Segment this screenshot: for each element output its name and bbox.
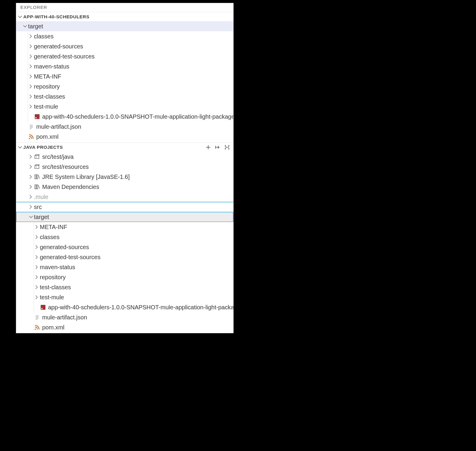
file-mule-artifact[interactable]: mule-artifact.json [16, 122, 233, 132]
file-label: mule-artifact.json [36, 123, 81, 130]
text-file-icon [28, 124, 35, 130]
folder-target[interactable]: target [16, 21, 233, 31]
chevron-right-icon [28, 104, 34, 109]
chevron-right-icon [28, 184, 34, 189]
folder-test-classes[interactable]: test-classes [16, 91, 233, 102]
folder-label: test-classes [34, 93, 65, 100]
file-jar[interactable]: app-with-40-schedulers-1.0.0-SNAPSHOT-mu… [16, 112, 233, 122]
entry-label: .mule [34, 194, 48, 200]
folder-label: META-INF [40, 224, 67, 231]
chevron-right-icon [28, 164, 34, 169]
folder-label: generated-test-sources [40, 254, 101, 261]
java-projects-tree: src/test/javasrc/test/resourcesJRE Syste… [16, 152, 233, 333]
file-jar[interactable]: app-with-40-schedulers-1.0.0-SNAPSHOT-mu… [16, 302, 233, 312]
jar-file-icon [40, 305, 46, 310]
chevron-right-icon [28, 174, 34, 179]
chevron-down-icon [17, 145, 23, 150]
chevron-right-icon [34, 285, 40, 290]
folder-label: repository [40, 274, 66, 281]
chevron-right-icon [34, 224, 40, 230]
file-label: app-with-40-schedulers-1.0.0-SNAPSHOT-mu… [48, 304, 234, 311]
project-entry[interactable]: src [16, 202, 233, 212]
file-pom[interactable]: pom.xml [16, 132, 233, 142]
entry-label: Maven Dependencies [42, 184, 99, 190]
chevron-right-icon [34, 295, 40, 300]
folder-repository[interactable]: repository [16, 272, 233, 282]
chevron-down-icon [17, 14, 23, 19]
section-title: JAVA PROJECTS [23, 145, 63, 150]
xml-file-icon [28, 134, 35, 140]
package-icon [34, 164, 40, 170]
folder-meta-inf[interactable]: META-INF [16, 222, 233, 232]
project-entry[interactable]: src/test/resources [16, 162, 233, 172]
folder-label: generated-sources [34, 43, 83, 50]
chevron-right-icon [34, 234, 40, 240]
folder-test-mule[interactable]: test-mule [16, 102, 233, 112]
folder-test-mule[interactable]: test-mule [16, 292, 233, 302]
file-label: pom.xml [36, 133, 59, 140]
folder-classes[interactable]: classes [16, 31, 233, 41]
folder-generated-test-sources[interactable]: generated-test-sources [16, 252, 233, 262]
package-icon [34, 154, 40, 160]
project-entry[interactable]: JRE System Library [JavaSE-1.6] [16, 172, 233, 182]
chevron-right-icon [34, 254, 40, 260]
folder-label: classes [40, 234, 60, 241]
folder-meta-inf[interactable]: META-INF [16, 71, 233, 81]
project-entry[interactable]: .mule [16, 192, 233, 202]
export-icon[interactable] [214, 144, 221, 151]
file-label: pom.xml [42, 324, 65, 331]
arrow-callout-icon [16, 103, 17, 115]
chevron-right-icon [28, 44, 34, 49]
chevron-right-icon [28, 54, 34, 59]
folder-test-classes[interactable]: test-classes [16, 282, 233, 292]
folder-target[interactable]: target [16, 212, 233, 222]
file-label: app-with-40-schedulers-1.0.0-SNAPSHOT-mu… [42, 113, 234, 120]
chevron-right-icon [34, 274, 40, 280]
chevron-right-icon [34, 244, 40, 250]
folder-label: test-mule [40, 294, 64, 301]
folder-label: test-mule [34, 103, 58, 110]
folder-label: generated-test-sources [34, 53, 95, 60]
entry-label: src/test/resources [42, 164, 89, 170]
folder-maven-status[interactable]: maven-status [16, 61, 233, 71]
workspace-tree: target classesgenerated-sourcesgenerated… [16, 21, 233, 142]
project-entry[interactable]: Maven Dependencies [16, 182, 233, 192]
folder-repository[interactable]: repository [16, 81, 233, 91]
file-pom[interactable]: pom.xml [16, 322, 233, 332]
folder-generated-sources[interactable]: generated-sources [16, 41, 233, 51]
xml-file-icon [34, 324, 40, 330]
folder-label: maven-status [40, 264, 75, 271]
chevron-right-icon [28, 194, 34, 200]
library-icon [34, 174, 40, 180]
file-mule-artifact[interactable]: mule-artifact.json [16, 312, 233, 322]
entry-label: src [34, 204, 42, 210]
folder-classes[interactable]: classes [16, 232, 233, 242]
chevron-right-icon [28, 64, 34, 69]
text-file-icon [34, 314, 40, 320]
java-projects-section-header[interactable]: JAVA PROJECTS [16, 142, 233, 152]
folder-label: META-INF [34, 73, 61, 80]
folder-label: repository [34, 83, 60, 90]
chevron-right-icon [34, 264, 40, 270]
project-entry[interactable]: src/test/java [16, 152, 233, 162]
jar-file-icon [34, 114, 40, 119]
folder-maven-status[interactable]: maven-status [16, 262, 233, 272]
folder-label: maven-status [34, 63, 69, 70]
chevron-right-icon [28, 94, 34, 99]
tools-icon[interactable] [224, 144, 230, 151]
chevron-right-icon [28, 154, 34, 159]
arrow-callout-icon [16, 294, 17, 306]
folder-label: target [28, 23, 43, 30]
add-icon[interactable] [205, 144, 211, 151]
workspace-section-header[interactable]: APP-WITH-40-SCHEDULERS [16, 12, 233, 21]
workspace-name: APP-WITH-40-SCHEDULERS [23, 14, 89, 19]
folder-label: target [34, 214, 49, 220]
folder-generated-test-sources[interactable]: generated-test-sources [16, 51, 233, 61]
explorer-title: EXPLORER [16, 3, 233, 12]
file-label: mule-artifact.json [42, 314, 87, 321]
chevron-right-icon [28, 84, 34, 89]
folder-generated-sources[interactable]: generated-sources [16, 242, 233, 252]
chevron-right-icon [28, 34, 34, 39]
folder-label: test-classes [40, 284, 71, 291]
chevron-down-icon [28, 214, 34, 220]
